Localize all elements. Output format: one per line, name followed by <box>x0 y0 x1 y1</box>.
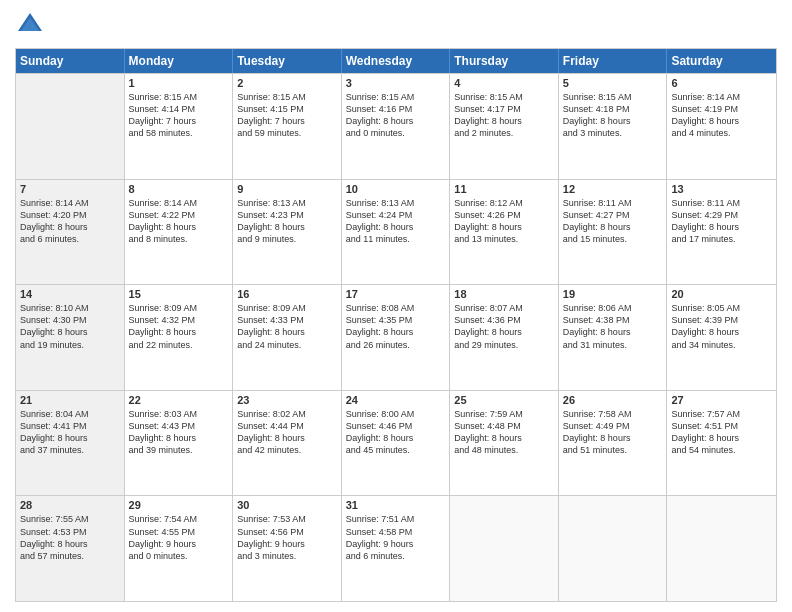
day-number: 31 <box>346 499 446 511</box>
day-info: Sunrise: 8:15 AM Sunset: 4:15 PM Dayligh… <box>237 91 337 140</box>
day-info: Sunrise: 8:04 AM Sunset: 4:41 PM Dayligh… <box>20 408 120 457</box>
calendar-cell: 12Sunrise: 8:11 AM Sunset: 4:27 PM Dayli… <box>559 180 668 285</box>
calendar-cell <box>559 496 668 601</box>
day-number: 22 <box>129 394 229 406</box>
day-info: Sunrise: 8:05 AM Sunset: 4:39 PM Dayligh… <box>671 302 772 351</box>
day-info: Sunrise: 7:58 AM Sunset: 4:49 PM Dayligh… <box>563 408 663 457</box>
weekday-header: Monday <box>125 49 234 73</box>
day-info: Sunrise: 8:11 AM Sunset: 4:29 PM Dayligh… <box>671 197 772 246</box>
calendar-cell: 27Sunrise: 7:57 AM Sunset: 4:51 PM Dayli… <box>667 391 776 496</box>
calendar-cell: 24Sunrise: 8:00 AM Sunset: 4:46 PM Dayli… <box>342 391 451 496</box>
day-info: Sunrise: 8:15 AM Sunset: 4:18 PM Dayligh… <box>563 91 663 140</box>
day-number: 15 <box>129 288 229 300</box>
calendar-cell: 21Sunrise: 8:04 AM Sunset: 4:41 PM Dayli… <box>16 391 125 496</box>
day-number: 11 <box>454 183 554 195</box>
day-info: Sunrise: 8:13 AM Sunset: 4:24 PM Dayligh… <box>346 197 446 246</box>
day-number: 4 <box>454 77 554 89</box>
calendar-cell: 2Sunrise: 8:15 AM Sunset: 4:15 PM Daylig… <box>233 74 342 179</box>
day-info: Sunrise: 8:14 AM Sunset: 4:22 PM Dayligh… <box>129 197 229 246</box>
day-info: Sunrise: 8:14 AM Sunset: 4:19 PM Dayligh… <box>671 91 772 140</box>
day-info: Sunrise: 7:57 AM Sunset: 4:51 PM Dayligh… <box>671 408 772 457</box>
calendar-cell: 28Sunrise: 7:55 AM Sunset: 4:53 PM Dayli… <box>16 496 125 601</box>
day-number: 5 <box>563 77 663 89</box>
day-number: 7 <box>20 183 120 195</box>
calendar-cell: 30Sunrise: 7:53 AM Sunset: 4:56 PM Dayli… <box>233 496 342 601</box>
calendar-row: 21Sunrise: 8:04 AM Sunset: 4:41 PM Dayli… <box>16 390 776 496</box>
day-info: Sunrise: 8:03 AM Sunset: 4:43 PM Dayligh… <box>129 408 229 457</box>
day-number: 25 <box>454 394 554 406</box>
day-number: 13 <box>671 183 772 195</box>
weekday-header: Saturday <box>667 49 776 73</box>
calendar-cell: 25Sunrise: 7:59 AM Sunset: 4:48 PM Dayli… <box>450 391 559 496</box>
day-number: 8 <box>129 183 229 195</box>
calendar-cell <box>450 496 559 601</box>
header <box>15 10 777 40</box>
calendar: SundayMondayTuesdayWednesdayThursdayFrid… <box>15 48 777 602</box>
calendar-cell: 5Sunrise: 8:15 AM Sunset: 4:18 PM Daylig… <box>559 74 668 179</box>
day-info: Sunrise: 8:12 AM Sunset: 4:26 PM Dayligh… <box>454 197 554 246</box>
day-info: Sunrise: 8:08 AM Sunset: 4:35 PM Dayligh… <box>346 302 446 351</box>
calendar-cell: 23Sunrise: 8:02 AM Sunset: 4:44 PM Dayli… <box>233 391 342 496</box>
logo-icon <box>15 10 45 40</box>
calendar-cell: 11Sunrise: 8:12 AM Sunset: 4:26 PM Dayli… <box>450 180 559 285</box>
day-number: 12 <box>563 183 663 195</box>
day-info: Sunrise: 8:09 AM Sunset: 4:33 PM Dayligh… <box>237 302 337 351</box>
calendar-row: 14Sunrise: 8:10 AM Sunset: 4:30 PM Dayli… <box>16 284 776 390</box>
day-number: 16 <box>237 288 337 300</box>
day-number: 6 <box>671 77 772 89</box>
day-info: Sunrise: 8:15 AM Sunset: 4:16 PM Dayligh… <box>346 91 446 140</box>
calendar-cell: 19Sunrise: 8:06 AM Sunset: 4:38 PM Dayli… <box>559 285 668 390</box>
calendar-row: 1Sunrise: 8:15 AM Sunset: 4:14 PM Daylig… <box>16 73 776 179</box>
day-info: Sunrise: 8:02 AM Sunset: 4:44 PM Dayligh… <box>237 408 337 457</box>
day-number: 2 <box>237 77 337 89</box>
page: SundayMondayTuesdayWednesdayThursdayFrid… <box>0 0 792 612</box>
calendar-cell: 14Sunrise: 8:10 AM Sunset: 4:30 PM Dayli… <box>16 285 125 390</box>
day-number: 24 <box>346 394 446 406</box>
day-number: 20 <box>671 288 772 300</box>
calendar-cell: 18Sunrise: 8:07 AM Sunset: 4:36 PM Dayli… <box>450 285 559 390</box>
day-number: 27 <box>671 394 772 406</box>
day-info: Sunrise: 7:54 AM Sunset: 4:55 PM Dayligh… <box>129 513 229 562</box>
calendar-cell: 7Sunrise: 8:14 AM Sunset: 4:20 PM Daylig… <box>16 180 125 285</box>
day-number: 23 <box>237 394 337 406</box>
day-number: 28 <box>20 499 120 511</box>
calendar-cell: 3Sunrise: 8:15 AM Sunset: 4:16 PM Daylig… <box>342 74 451 179</box>
day-info: Sunrise: 8:00 AM Sunset: 4:46 PM Dayligh… <box>346 408 446 457</box>
calendar-cell: 16Sunrise: 8:09 AM Sunset: 4:33 PM Dayli… <box>233 285 342 390</box>
day-number: 1 <box>129 77 229 89</box>
day-info: Sunrise: 8:13 AM Sunset: 4:23 PM Dayligh… <box>237 197 337 246</box>
calendar-cell: 22Sunrise: 8:03 AM Sunset: 4:43 PM Dayli… <box>125 391 234 496</box>
day-info: Sunrise: 8:15 AM Sunset: 4:17 PM Dayligh… <box>454 91 554 140</box>
calendar-cell: 4Sunrise: 8:15 AM Sunset: 4:17 PM Daylig… <box>450 74 559 179</box>
calendar-cell: 15Sunrise: 8:09 AM Sunset: 4:32 PM Dayli… <box>125 285 234 390</box>
calendar-cell: 6Sunrise: 8:14 AM Sunset: 4:19 PM Daylig… <box>667 74 776 179</box>
day-info: Sunrise: 8:14 AM Sunset: 4:20 PM Dayligh… <box>20 197 120 246</box>
calendar-cell: 9Sunrise: 8:13 AM Sunset: 4:23 PM Daylig… <box>233 180 342 285</box>
day-number: 21 <box>20 394 120 406</box>
day-info: Sunrise: 8:07 AM Sunset: 4:36 PM Dayligh… <box>454 302 554 351</box>
calendar-cell: 1Sunrise: 8:15 AM Sunset: 4:14 PM Daylig… <box>125 74 234 179</box>
calendar-header: SundayMondayTuesdayWednesdayThursdayFrid… <box>16 49 776 73</box>
day-info: Sunrise: 8:11 AM Sunset: 4:27 PM Dayligh… <box>563 197 663 246</box>
weekday-header: Wednesday <box>342 49 451 73</box>
day-number: 10 <box>346 183 446 195</box>
calendar-cell: 17Sunrise: 8:08 AM Sunset: 4:35 PM Dayli… <box>342 285 451 390</box>
calendar-row: 28Sunrise: 7:55 AM Sunset: 4:53 PM Dayli… <box>16 495 776 601</box>
day-info: Sunrise: 8:09 AM Sunset: 4:32 PM Dayligh… <box>129 302 229 351</box>
calendar-cell: 31Sunrise: 7:51 AM Sunset: 4:58 PM Dayli… <box>342 496 451 601</box>
calendar-cell: 8Sunrise: 8:14 AM Sunset: 4:22 PM Daylig… <box>125 180 234 285</box>
logo <box>15 10 49 40</box>
day-info: Sunrise: 7:53 AM Sunset: 4:56 PM Dayligh… <box>237 513 337 562</box>
calendar-cell: 13Sunrise: 8:11 AM Sunset: 4:29 PM Dayli… <box>667 180 776 285</box>
weekday-header: Friday <box>559 49 668 73</box>
calendar-row: 7Sunrise: 8:14 AM Sunset: 4:20 PM Daylig… <box>16 179 776 285</box>
calendar-cell <box>667 496 776 601</box>
day-number: 30 <box>237 499 337 511</box>
day-info: Sunrise: 7:59 AM Sunset: 4:48 PM Dayligh… <box>454 408 554 457</box>
calendar-cell: 10Sunrise: 8:13 AM Sunset: 4:24 PM Dayli… <box>342 180 451 285</box>
day-info: Sunrise: 7:51 AM Sunset: 4:58 PM Dayligh… <box>346 513 446 562</box>
day-number: 26 <box>563 394 663 406</box>
calendar-body: 1Sunrise: 8:15 AM Sunset: 4:14 PM Daylig… <box>16 73 776 601</box>
calendar-cell: 20Sunrise: 8:05 AM Sunset: 4:39 PM Dayli… <box>667 285 776 390</box>
weekday-header: Tuesday <box>233 49 342 73</box>
